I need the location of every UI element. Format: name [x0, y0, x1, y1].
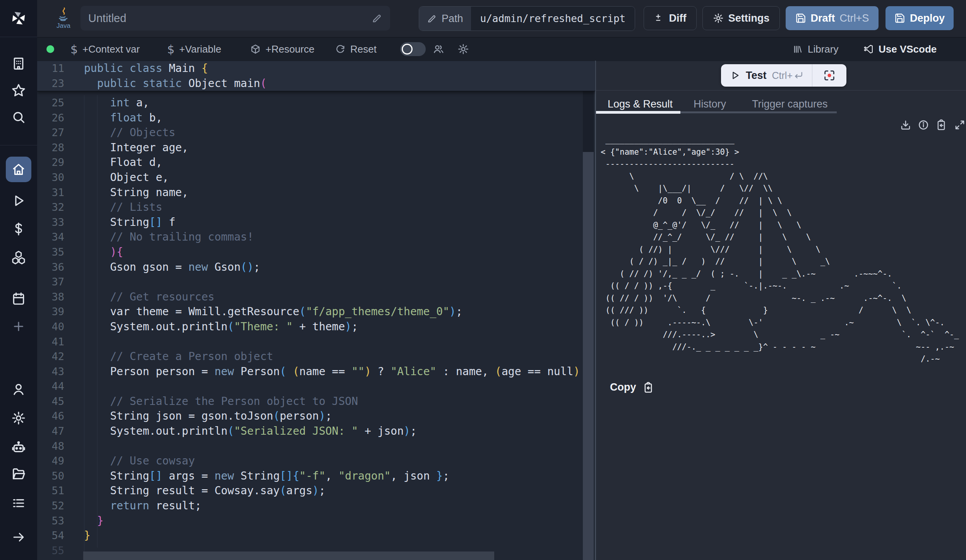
code-line[interactable]: 43 Person person = new Person( (name == …: [37, 364, 595, 379]
code-line[interactable]: 50 String[] args = new String[]{"-f", "d…: [37, 469, 595, 484]
code-line[interactable]: 39 var theme = Wmill.getResource("f/app_…: [37, 304, 595, 319]
use-vscode-button[interactable]: Use VScode: [863, 38, 937, 61]
collaborators-button[interactable]: [433, 38, 444, 61]
sidebar-item-search[interactable]: [11, 110, 26, 125]
test-button-group: Test Ctrl+: [721, 64, 846, 87]
path-label-segment[interactable]: Path: [419, 7, 471, 31]
active-tab-underline: [596, 111, 680, 114]
code-line[interactable]: 31 String name,: [37, 185, 595, 200]
sidebar-item-folders[interactable]: [11, 466, 26, 482]
deploy-button[interactable]: Deploy: [886, 6, 954, 30]
vertical-scroll-thumb[interactable]: [583, 152, 594, 560]
download-icon[interactable]: [900, 119, 911, 131]
language-badge-java: Java: [53, 5, 74, 32]
capture-test-button[interactable]: [812, 64, 846, 87]
code-line[interactable]: 28 Integer age,: [37, 140, 595, 155]
code-line[interactable]: 44: [37, 379, 595, 394]
draft-button[interactable]: Draft Ctrl+S: [786, 6, 879, 30]
tab-history[interactable]: History: [694, 98, 726, 110]
sidebar-expand-icon[interactable]: [11, 530, 26, 545]
sidebar-item-add[interactable]: [12, 319, 26, 333]
code-line[interactable]: 37: [37, 275, 595, 290]
gear-icon: [713, 13, 724, 24]
code-line[interactable]: 51 String result = Cowsay.say(args);: [37, 483, 595, 499]
expand-icon[interactable]: [954, 119, 966, 131]
code-line[interactable]: 36 Gson gson = new Gson();: [37, 260, 595, 275]
code-line[interactable]: 38 // Get resources: [37, 290, 595, 305]
language-badge-label: Java: [57, 22, 70, 30]
code-line[interactable]: 26 float b,: [37, 111, 595, 126]
add-variable-button[interactable]: $ +Variable: [167, 38, 221, 61]
code-line[interactable]: 27 // Objects: [37, 125, 595, 140]
code-line[interactable]: 30 Object e,: [37, 170, 595, 185]
add-context-var-button[interactable]: $ +Context var: [70, 38, 140, 61]
code-line[interactable]: 42 // Create a Person object: [37, 349, 595, 364]
code-line[interactable]: 49 // Use cowsay: [37, 454, 595, 469]
settings-button[interactable]: Settings: [702, 6, 780, 30]
play-icon: [730, 70, 740, 81]
deploy-label: Deploy: [910, 12, 945, 24]
code-line[interactable]: 25 int a,: [37, 96, 595, 111]
sidebar-item-runs[interactable]: [11, 193, 26, 208]
code-line[interactable]: 34 // No trailing commas!: [37, 230, 595, 245]
code-line[interactable]: 48: [37, 439, 595, 454]
code-line[interactable]: 29 Float d,: [37, 155, 595, 170]
diff-button[interactable]: Diff: [644, 6, 697, 30]
editor-horizontal-scrollbar[interactable]: [83, 551, 494, 560]
code-editor[interactable]: 25 int a,26 float b,27 // Objects28 Inte…: [37, 61, 595, 560]
code-line[interactable]: 45 // Serialize the Person object to JSO…: [37, 394, 595, 409]
copy-result-button[interactable]: Copy: [610, 381, 654, 393]
tab-logs-result[interactable]: Logs & Result: [608, 98, 673, 110]
path-field[interactable]: Path u/admin/refreshed_script: [419, 6, 635, 31]
sidebar-item-audit-logs[interactable]: [11, 496, 26, 510]
sidebar-item-variables[interactable]: [11, 222, 26, 236]
sidebar-item-schedules[interactable]: [11, 291, 26, 306]
code-line[interactable]: 35 ){: [37, 245, 595, 260]
code-lines[interactable]: 25 int a,26 float b,27 // Objects28 Inte…: [37, 91, 595, 558]
code-line[interactable]: 46 String json = gson.toJson(person);: [37, 409, 595, 424]
code-line[interactable]: 40 System.out.println("Theme: " + theme)…: [37, 319, 595, 335]
sidebar-item-workspace[interactable]: [12, 56, 26, 71]
mode-toggle[interactable]: [400, 38, 426, 61]
test-button[interactable]: Test Ctrl+: [721, 64, 812, 87]
code-line[interactable]: 47 System.out.println("Serialized JSON: …: [37, 424, 595, 439]
tab-trigger-captures[interactable]: Trigger captures: [752, 98, 828, 110]
sidebar-item-favorites[interactable]: [11, 83, 26, 98]
line-number: 54: [37, 528, 64, 543]
code-line[interactable]: 54}: [37, 528, 595, 543]
editor-settings-button[interactable]: [457, 38, 469, 61]
green-status-dot: [46, 45, 54, 53]
draft-shortcut: Ctrl+S: [840, 12, 869, 24]
sticky-lines[interactable]: 11public class Main {23 public static Ob…: [37, 61, 595, 91]
code-line[interactable]: 33 String[] f: [37, 215, 595, 230]
code-line[interactable]: 23 public static Object main(: [37, 76, 595, 91]
code-line[interactable]: 32 // Lists: [37, 200, 595, 215]
sidebar-divider: [0, 37, 37, 37]
code-line[interactable]: 11public class Main {: [37, 61, 595, 76]
sidebar-item-user[interactable]: [11, 382, 26, 397]
reset-button[interactable]: Reset: [335, 38, 377, 61]
library-button[interactable]: Library: [793, 38, 838, 61]
path-label: Path: [442, 13, 463, 25]
line-number: 49: [37, 454, 64, 469]
edit-title-pencil-icon[interactable]: [372, 13, 382, 24]
toggle-switch[interactable]: [400, 42, 426, 56]
package-icon: [250, 44, 261, 55]
add-resource-button[interactable]: +Resource: [250, 38, 314, 61]
windmill-logo[interactable]: [10, 9, 27, 27]
editor-vertical-scrollbar[interactable]: [583, 61, 594, 560]
info-icon[interactable]: [918, 119, 929, 131]
sidebar-item-workers[interactable]: [11, 439, 26, 455]
sidebar-item-resources[interactable]: [11, 250, 26, 265]
clipboard-icon[interactable]: [935, 119, 947, 131]
path-value[interactable]: u/admin/refreshed_script: [471, 7, 635, 31]
code-line[interactable]: 53 }: [37, 514, 595, 529]
sidebar-item-home[interactable]: [6, 157, 31, 182]
sidebar-item-settings[interactable]: [11, 411, 26, 425]
line-number: 27: [37, 125, 64, 140]
code-line[interactable]: 41: [37, 335, 595, 350]
code-line[interactable]: 52 return result;: [37, 499, 595, 514]
result-output: ___________________________ < {"name":"A…: [601, 134, 966, 397]
script-title-input[interactable]: Untitled: [80, 6, 390, 31]
line-number: 36: [37, 260, 64, 275]
